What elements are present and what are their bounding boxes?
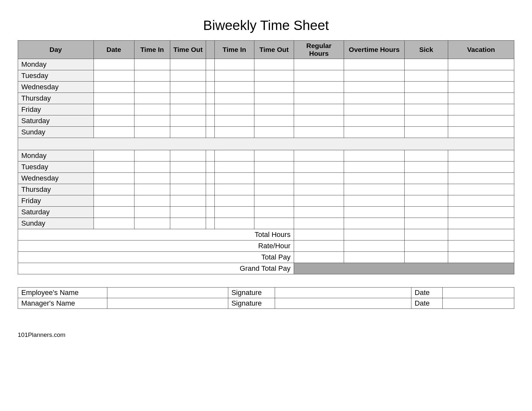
summary-reg-cell — [294, 240, 344, 252]
employee-row: Employee's Name Signature Date — [18, 288, 514, 298]
manager-name-label: Manager's Name — [18, 298, 107, 309]
table-row: Monday — [18, 59, 514, 70]
time-in-1-cell — [134, 127, 170, 138]
time-out-1-cell — [170, 70, 206, 82]
summary-vac-cell — [448, 252, 514, 263]
time-in-1-cell — [134, 59, 170, 70]
summary-ot-cell — [344, 229, 405, 240]
gap-cell — [206, 115, 214, 127]
time-out-2-cell — [254, 93, 294, 104]
table-row: Tuesday — [18, 161, 514, 173]
regular-hours-cell — [294, 127, 344, 138]
overtime-hours-cell — [344, 127, 405, 138]
summary-label: Total Hours — [18, 229, 294, 240]
col-gap — [206, 41, 214, 59]
vacation-cell — [448, 195, 514, 207]
table-row: Sunday — [18, 127, 514, 138]
date-cell — [94, 150, 134, 161]
summary-row: Total Pay — [18, 252, 514, 263]
sick-cell — [404, 184, 448, 195]
time-out-1-cell — [170, 115, 206, 127]
col-date: Date — [94, 41, 134, 59]
col-sick: Sick — [404, 41, 448, 59]
overtime-hours-cell — [344, 115, 405, 127]
date-cell — [94, 70, 134, 82]
page-title: Biweekly Time Sheet — [18, 18, 514, 33]
overtime-hours-cell — [344, 70, 405, 82]
vacation-cell — [448, 207, 514, 218]
overtime-hours-cell — [344, 195, 405, 207]
day-cell: Tuesday — [18, 70, 94, 82]
overtime-hours-cell — [344, 59, 405, 70]
time-in-1-cell — [134, 82, 170, 93]
time-out-2-cell — [254, 195, 294, 207]
vacation-cell — [448, 173, 514, 184]
time-in-2-cell — [214, 82, 254, 93]
time-out-2-cell — [254, 184, 294, 195]
col-overtime-hours: Overtime Hours — [344, 41, 405, 59]
time-in-1-cell — [134, 218, 170, 229]
vacation-cell — [448, 59, 514, 70]
time-in-2-cell — [214, 184, 254, 195]
manager-signature-value — [275, 298, 411, 309]
time-out-1-cell — [170, 127, 206, 138]
overtime-hours-cell — [344, 218, 405, 229]
summary-sick-cell — [404, 252, 448, 263]
time-out-2-cell — [254, 127, 294, 138]
time-out-1-cell — [170, 161, 206, 173]
vacation-cell — [448, 104, 514, 115]
sick-cell — [404, 195, 448, 207]
col-time-out-1: Time Out — [170, 41, 206, 59]
overtime-hours-cell — [344, 161, 405, 173]
gap-cell — [206, 161, 214, 173]
time-in-2-cell — [214, 70, 254, 82]
time-out-1-cell — [170, 184, 206, 195]
time-in-1-cell — [134, 173, 170, 184]
time-out-2-cell — [254, 82, 294, 93]
table-row: Thursday — [18, 93, 514, 104]
table-row: Sunday — [18, 218, 514, 229]
regular-hours-cell — [294, 93, 344, 104]
summary-sick-cell — [404, 240, 448, 252]
overtime-hours-cell — [344, 207, 405, 218]
vacation-cell — [448, 93, 514, 104]
week-separator-row — [18, 138, 514, 150]
vacation-cell — [448, 218, 514, 229]
overtime-hours-cell — [344, 150, 405, 161]
summary-label: Total Pay — [18, 252, 294, 263]
day-cell: Monday — [18, 150, 94, 161]
manager-date-value — [443, 298, 514, 309]
date-cell — [94, 207, 134, 218]
time-out-2-cell — [254, 173, 294, 184]
date-cell — [94, 127, 134, 138]
gap-cell — [206, 195, 214, 207]
date-cell — [94, 161, 134, 173]
date-cell — [94, 173, 134, 184]
time-in-2-cell — [214, 59, 254, 70]
regular-hours-cell — [294, 218, 344, 229]
grand-total-label: Grand Total Pay — [18, 263, 294, 274]
employee-date-label: Date — [411, 288, 443, 298]
footer-credit: 101Planners.com — [18, 331, 514, 338]
time-in-1-cell — [134, 150, 170, 161]
regular-hours-cell — [294, 82, 344, 93]
sick-cell — [404, 150, 448, 161]
table-header-row: Day Date Time In Time Out Time In Time O… — [18, 41, 514, 59]
date-cell — [94, 104, 134, 115]
day-cell: Saturday — [18, 115, 94, 127]
summary-label: Rate/Hour — [18, 240, 294, 252]
time-out-2-cell — [254, 104, 294, 115]
employee-signature-label: Signature — [228, 288, 275, 298]
time-in-2-cell — [214, 104, 254, 115]
time-out-1-cell — [170, 218, 206, 229]
sick-cell — [404, 93, 448, 104]
time-out-1-cell — [170, 207, 206, 218]
gap-cell — [206, 104, 214, 115]
overtime-hours-cell — [344, 104, 405, 115]
table-row: Saturday — [18, 207, 514, 218]
summary-reg-cell — [294, 252, 344, 263]
gap-cell — [206, 59, 214, 70]
time-in-2-cell — [214, 93, 254, 104]
gap-cell — [206, 184, 214, 195]
table-row: Friday — [18, 104, 514, 115]
